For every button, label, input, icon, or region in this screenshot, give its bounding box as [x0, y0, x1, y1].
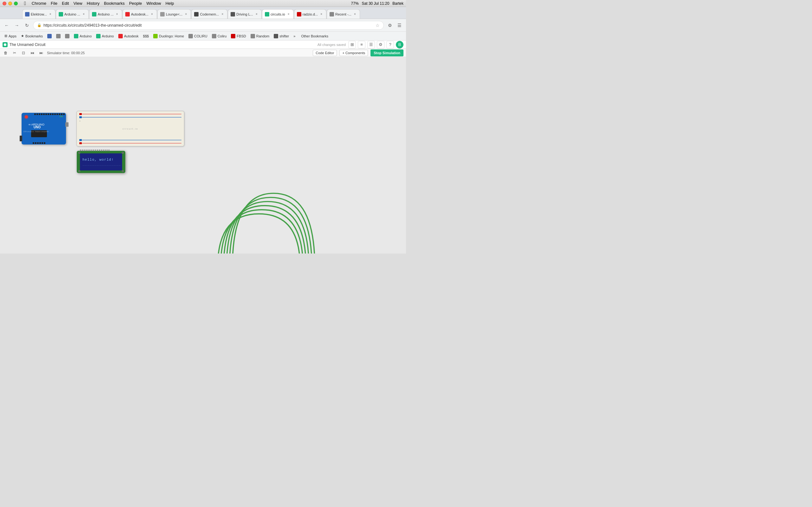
play-icon-btn[interactable]: ⏭	[38, 50, 44, 56]
bm-item3[interactable]	[63, 33, 71, 40]
bm-favicon-arduino2	[96, 34, 101, 38]
bm-favicon-coliru	[189, 34, 193, 38]
apps-label: Apps	[9, 34, 16, 38]
tab-t8[interactable]: radzio.d... ×	[294, 9, 326, 19]
macos-menubar:  Chrome File Edit View History Bookmark…	[0, 0, 406, 7]
bm-coliru2[interactable]: Coliru	[210, 33, 229, 40]
bm-label-arduino1: Arduino	[80, 34, 92, 38]
tab-t3[interactable]: Arduino ... ×	[89, 9, 122, 19]
bm-arduino1[interactable]: Arduino	[72, 33, 94, 40]
tab-t2[interactable]: Arduino ... ×	[56, 9, 89, 19]
tab-t10[interactable]: Recent -... ×	[327, 9, 360, 19]
bm-favicon-coliru2	[212, 34, 216, 38]
menu-chrome[interactable]: Chrome	[32, 1, 46, 6]
maximize-button[interactable]	[14, 2, 18, 5]
bm-coliru[interactable]: COLIRU	[187, 33, 209, 40]
tab-label-active: circuits.io	[270, 12, 285, 16]
menu-edit[interactable]: Edit	[62, 1, 69, 6]
bm-favicon-autodesk	[118, 34, 123, 38]
trash-icon-btn[interactable]: 🗑	[3, 50, 9, 56]
gear-icon-btn[interactable]: ⚙	[377, 41, 385, 49]
app-header-left: The Unnamed Circuit	[3, 42, 315, 47]
address-bar[interactable]: 🔒 https://circuits.io/circuits/2494013-t…	[33, 21, 384, 30]
tab-t9-active[interactable]: circuits.io ×	[262, 9, 294, 19]
simulator-bar: 🗑 ✂ ⊡ ⏮ ⏭ Simulator time: 00:00:25 Code …	[0, 49, 406, 57]
tab-close-t6[interactable]: ×	[220, 12, 224, 16]
star-icon: ★	[21, 34, 24, 38]
minimize-button[interactable]	[8, 2, 12, 5]
bookmarks-label: Bookmarks	[26, 34, 43, 38]
tab-t4[interactable]: Autodesk... ×	[122, 9, 157, 19]
tab-close-t1[interactable]: ×	[48, 12, 53, 16]
refresh-button[interactable]: ↻	[23, 21, 31, 30]
tab-favicon-t6	[194, 12, 199, 16]
close-button[interactable]	[3, 2, 6, 5]
bm-more[interactable]: »	[292, 33, 297, 40]
bm-item2[interactable]	[54, 33, 62, 40]
lcd-display: hello, world! ________________	[77, 151, 125, 173]
bm-autodesk[interactable]: Autodesk	[116, 33, 141, 40]
circuit-wires	[0, 57, 406, 253]
bm-random[interactable]: Random	[249, 33, 271, 40]
lcd-text-row1: hello, world!	[83, 158, 119, 162]
menu-icon[interactable]: ☰	[395, 21, 403, 30]
tab-close-t10[interactable]: ×	[353, 12, 357, 16]
menu-people[interactable]: People	[129, 1, 142, 6]
star-icon[interactable]: ☆	[375, 23, 380, 28]
tab-close-t7[interactable]: ×	[254, 12, 259, 16]
tab-close-t4[interactable]: ×	[150, 12, 154, 16]
app-title: The Unnamed Circuit	[9, 43, 45, 47]
code-editor-button[interactable]: Code Editor	[313, 50, 337, 56]
tab-favicon-t4	[125, 12, 130, 16]
tab-favicon-t1	[25, 12, 30, 16]
tab-close-t5[interactable]: ×	[184, 12, 188, 16]
menu-bookmarks[interactable]: Bookmarks	[104, 1, 125, 6]
help-icon-btn[interactable]: ?	[386, 41, 394, 49]
components-button[interactable]: + Components	[339, 50, 368, 56]
settings-icon-btn[interactable]: ≡	[358, 41, 365, 49]
stop-simulation-button[interactable]: Stop Simulation	[370, 49, 403, 56]
bm-fbsd[interactable]: FBSD	[229, 33, 248, 40]
view-icon-btn[interactable]: ⊞	[348, 41, 356, 49]
menu-view[interactable]: View	[73, 1, 82, 6]
bm-facebook[interactable]	[45, 33, 54, 40]
bookmarks-folder[interactable]: ★ Bookmarks	[19, 33, 45, 40]
tab-close-t3[interactable]: ×	[115, 12, 119, 16]
user-avatar[interactable]: B	[396, 41, 403, 49]
tab-close-active[interactable]: ×	[287, 12, 291, 16]
tab-favicon-t2	[59, 12, 63, 16]
bm-other[interactable]: Other Bookmarks	[299, 33, 330, 40]
apple-menu[interactable]: 	[24, 1, 26, 6]
tab-t7[interactable]: Driving L... ×	[228, 9, 262, 19]
sim-right: Code Editor + Components Stop Simulation	[313, 49, 403, 56]
arduino-uno-board: UNO ∞ ARDUINO 1234.circuits.io - Arduino…	[21, 113, 66, 145]
bm-duolingo[interactable]: Duolingo: Home	[151, 33, 186, 40]
bm-shifter[interactable]: shifter	[272, 33, 291, 40]
tab-close-t2[interactable]: ×	[82, 12, 86, 16]
bm-favicon3	[65, 34, 69, 38]
list-icon-btn[interactable]: ☰	[367, 41, 375, 49]
bm-arduino2[interactable]: Arduino	[94, 33, 116, 40]
rewind-icon-btn[interactable]: ⏮	[29, 50, 36, 56]
bm-favicon2	[56, 34, 61, 38]
tab-t5[interactable]: Lounge<... ×	[157, 9, 191, 19]
menu-help[interactable]: Help	[165, 1, 174, 6]
save-status: All changes saved	[317, 43, 346, 47]
extensions-icon[interactable]: ⚙	[386, 21, 394, 30]
bookmarks-apps[interactable]: ⊞ Apps	[3, 33, 18, 40]
lcd-text-row2: ________________	[83, 163, 119, 166]
forward-button[interactable]: →	[13, 21, 21, 30]
bm-money[interactable]: $$$	[141, 33, 151, 40]
menu-file[interactable]: File	[51, 1, 57, 6]
cut-icon-btn[interactable]: ✂	[11, 50, 18, 56]
tab-t6[interactable]: Codemem... ×	[191, 9, 227, 19]
tab-favicon-t3	[92, 12, 96, 16]
canvas-area[interactable]: UNO ∞ ARDUINO 1234.circuits.io - Arduino…	[0, 57, 406, 253]
tab-close-t8[interactable]: ×	[319, 12, 323, 16]
menu-window[interactable]: Window	[146, 1, 161, 6]
bookmarks-bar: ⊞ Apps ★ Bookmarks Arduino Arduino Autod…	[0, 32, 406, 41]
menu-history[interactable]: History	[87, 1, 99, 6]
tab-t1[interactable]: Elektrow... ×	[22, 9, 55, 19]
back-button[interactable]: ←	[3, 21, 11, 30]
crop-icon-btn[interactable]: ⊡	[20, 50, 27, 56]
